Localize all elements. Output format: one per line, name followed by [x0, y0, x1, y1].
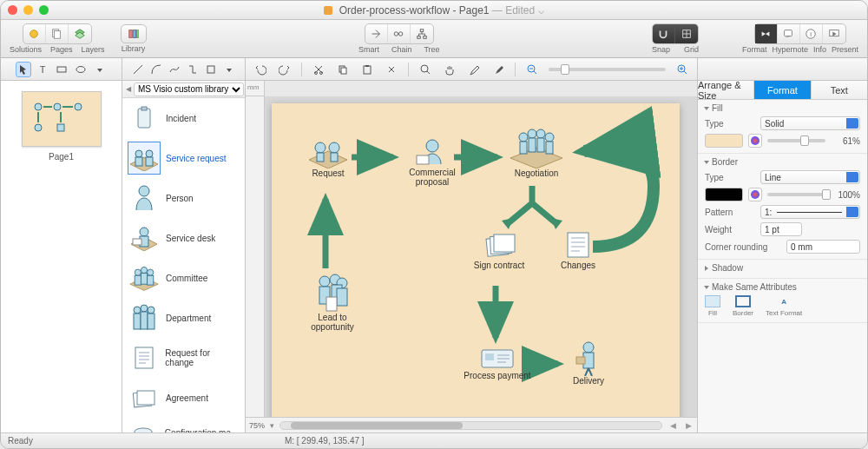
lib-arc-tool[interactable] — [148, 62, 164, 77]
svg-rect-90 — [317, 153, 324, 162]
node-lead-label: Lead to opportunity — [298, 313, 367, 332]
library-dropdown[interactable]: MS Visio custom library — [134, 83, 244, 96]
tab-format[interactable]: Format — [754, 81, 811, 99]
library-item[interactable]: Service desk — [122, 218, 245, 258]
brush-tool[interactable] — [490, 62, 506, 77]
svg-point-28 — [421, 65, 428, 72]
library-item[interactable]: Configuration ma … — [122, 418, 245, 432]
present-button[interactable] — [823, 24, 845, 43]
border-opacity-slider[interactable] — [767, 193, 825, 196]
zoom-slider[interactable] — [549, 68, 666, 71]
node-negotiation[interactable]: Negotiation — [497, 125, 575, 178]
hand-tool[interactable] — [442, 62, 457, 77]
library-item[interactable]: Committee — [122, 258, 245, 298]
section-shadow-header[interactable]: Shadow — [705, 263, 860, 273]
same-fill-button[interactable]: Fill — [705, 295, 720, 317]
section-fill-header[interactable]: Fill — [705, 103, 860, 113]
fill-type-select[interactable]: Solid — [760, 116, 860, 130]
library-item[interactable]: Department — [122, 298, 245, 338]
cut-button[interactable] — [311, 62, 326, 77]
library-item-icon — [128, 102, 161, 135]
svg-rect-70 — [141, 312, 148, 329]
node-proposal[interactable]: Commercial proposal — [393, 138, 471, 187]
node-changes[interactable]: Changes — [548, 229, 608, 270]
lib-menu-tool[interactable] — [221, 62, 237, 77]
node-sign[interactable]: Sign contract — [464, 229, 534, 270]
canvas-viewport[interactable]: Request Commercial proposal Negotiation — [265, 96, 697, 417]
layers-button[interactable] — [69, 24, 91, 43]
library-item[interactable]: Service request — [122, 138, 245, 178]
ellipse-tool[interactable] — [73, 62, 89, 77]
border-weight-value[interactable]: 1 pt — [760, 222, 802, 236]
corner-rounding-value[interactable]: 0 mm — [786, 240, 860, 254]
undo-button[interactable] — [253, 62, 268, 77]
svg-rect-58 — [133, 239, 141, 245]
chain-button[interactable] — [388, 24, 411, 43]
border-color-swatch[interactable] — [705, 188, 743, 201]
library-button[interactable] — [121, 24, 147, 43]
format-button[interactable] — [755, 24, 778, 43]
svg-rect-112 — [494, 234, 515, 252]
app-window: Order-process-workflow - Page1 — Edited … — [0, 0, 868, 449]
canvas-page[interactable]: Request Commercial proposal Negotiation — [272, 103, 680, 417]
info-button[interactable]: i — [800, 24, 823, 43]
library-item[interactable]: Incident — [122, 98, 245, 138]
delete-button[interactable] — [384, 62, 399, 77]
copy-button[interactable] — [335, 62, 351, 77]
section-fill: Fill Type Solid 61% — [698, 100, 867, 154]
fill-opacity-slider[interactable] — [767, 139, 825, 142]
tab-arrange[interactable]: Arrange & Size — [698, 81, 754, 99]
zoom-out-button[interactable] — [524, 62, 540, 77]
hypernote-button[interactable] — [778, 24, 800, 43]
snap-button[interactable] — [653, 24, 675, 43]
smart-button[interactable] — [365, 24, 388, 43]
same-text-button[interactable]: AText Format — [766, 295, 802, 317]
section-same-attrs: Make Same Attributes Fill Border AText F… — [698, 279, 867, 323]
node-process[interactable]: Process payment — [458, 345, 536, 380]
rect-tool[interactable] — [54, 62, 69, 77]
same-border-button[interactable]: Border — [733, 295, 753, 317]
tab-text[interactable]: Text — [812, 81, 867, 99]
border-pattern-select[interactable]: 1: — [760, 205, 860, 219]
text-tool[interactable]: T — [35, 62, 50, 77]
library-item[interactable]: Request for change — [122, 338, 245, 378]
section-shadow: Shadow — [698, 260, 867, 279]
zoom-tool[interactable] — [418, 62, 433, 77]
scroll-left-icon[interactable]: ◀ — [667, 421, 678, 430]
library-collapse-icon[interactable]: ◀ — [126, 85, 131, 93]
library-item[interactable]: Person — [122, 178, 245, 218]
zoom-in-button[interactable] — [674, 62, 690, 77]
page-thumbnail[interactable] — [22, 91, 102, 147]
border-gradient-button[interactable] — [748, 188, 762, 201]
border-type-select[interactable]: Line — [760, 170, 860, 184]
border-type-label: Type — [705, 173, 755, 182]
grid-button[interactable] — [675, 24, 698, 43]
lib-line-tool[interactable] — [130, 62, 146, 77]
pointer-tool[interactable] — [16, 62, 31, 77]
library-item[interactable]: Agreement — [122, 378, 245, 418]
lib-connector-tool[interactable] — [185, 62, 201, 77]
fill-color-swatch[interactable] — [705, 134, 743, 148]
zoom-value[interactable]: 75% — [249, 421, 265, 430]
title-menu-chevron-icon[interactable]: ⌵ — [538, 4, 544, 17]
redo-button[interactable] — [277, 62, 293, 77]
section-border-header[interactable]: Border — [705, 157, 860, 167]
fill-gradient-button[interactable] — [748, 134, 762, 148]
lib-shape-tool[interactable] — [203, 62, 219, 77]
horizontal-scrollbar[interactable] — [279, 421, 662, 430]
node-lead[interactable]: Lead to opportunity — [298, 273, 367, 332]
solutions-button[interactable] — [23, 24, 46, 43]
more-shapes-tool[interactable] — [92, 62, 108, 77]
svg-point-88 — [315, 142, 326, 153]
pages-button[interactable] — [46, 24, 69, 43]
section-same-header[interactable]: Make Same Attributes — [705, 282, 860, 292]
node-delivery[interactable]: Delivery — [558, 340, 619, 386]
border-pattern-label: Pattern — [705, 208, 755, 217]
tree-button[interactable] — [411, 24, 433, 43]
paste-button[interactable] — [359, 62, 375, 77]
eyedropper-tool[interactable] — [466, 62, 482, 77]
scroll-right-icon[interactable]: ▶ — [683, 421, 694, 430]
node-request[interactable]: Request — [298, 134, 358, 178]
lib-spline-tool[interactable] — [167, 62, 182, 77]
zoom-chevron-icon[interactable]: ▾ — [270, 421, 274, 430]
